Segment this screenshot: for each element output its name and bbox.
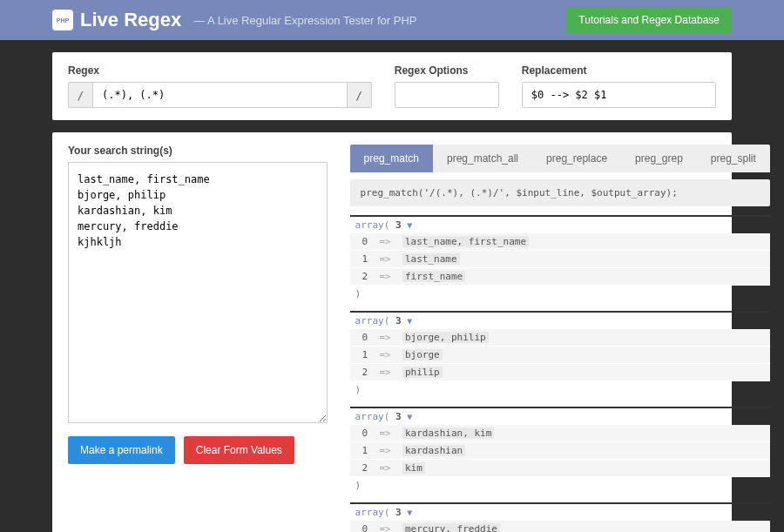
header: PHP Live Regex — A Live Regular Expressi… — [0, 0, 784, 40]
search-label: Your search string(s) — [68, 145, 328, 157]
array-row: 0 => last_name, first_name — [350, 233, 770, 251]
options-input[interactable] — [395, 82, 499, 108]
result-array: array( 3 ▼0 => last_name, first_name1 =>… — [350, 215, 770, 302]
clear-button[interactable]: Clear Form Values — [184, 436, 294, 464]
replacement-input[interactable] — [522, 82, 716, 108]
array-row: 0 => mercury, freddie — [350, 521, 770, 532]
tab-preg-match-all[interactable]: preg_match_all — [433, 145, 532, 172]
main-panel: Your search string(s) Make a permalink C… — [52, 132, 732, 532]
array-row: 1 => last_name — [350, 251, 770, 268]
tutorials-button[interactable]: Tutorials and Regex Database — [566, 7, 732, 33]
result-array: array( 3 ▼0 => kardashian, kim1 => karda… — [350, 407, 770, 494]
tab-preg-split[interactable]: preg_split — [697, 145, 770, 172]
tab-preg-replace[interactable]: preg_replace — [532, 145, 621, 172]
regex-panel: Regex / / Regex Options Replacement — [52, 52, 732, 120]
search-textarea[interactable] — [68, 162, 328, 423]
tab-preg-match[interactable]: preg_match — [350, 145, 433, 172]
replacement-label: Replacement — [522, 64, 716, 77]
array-row: 0 => bjorge, philip — [350, 329, 770, 347]
tab-preg-grep[interactable]: preg_grep — [621, 145, 697, 172]
regex-label: Regex — [68, 64, 372, 77]
array-row: 0 => kardashian, kim — [350, 425, 770, 442]
regex-delim-right: / — [348, 82, 372, 108]
permalink-button[interactable]: Make a permalink — [68, 436, 175, 464]
php-logo-icon: PHP — [52, 10, 73, 30]
results-area: array( 3 ▼0 => last_name, first_name1 =>… — [350, 215, 770, 532]
array-row: 1 => bjorge — [350, 347, 770, 364]
result-array: array( 3 ▼0 => bjorge, philip1 => bjorge… — [350, 311, 770, 398]
site-title: Live Regex — [80, 9, 181, 31]
options-label: Regex Options — [395, 64, 499, 77]
regex-delim-left: / — [68, 82, 92, 108]
array-row: 2 => kim — [350, 460, 770, 477]
regex-input[interactable] — [92, 82, 348, 108]
result-array: array( 3 ▼0 => mercury, freddie1 => merc… — [350, 502, 770, 532]
array-row: 1 => kardashian — [350, 442, 770, 460]
array-row: 2 => first_name — [350, 268, 770, 286]
code-preview: preg_match('/(.*), (.*)/', $input_line, … — [350, 179, 770, 206]
brand: PHP Live Regex — A Live Regular Expressi… — [52, 9, 416, 31]
function-tabs: preg_matchpreg_match_allpreg_replacepreg… — [350, 145, 770, 172]
site-subtitle: — A Live Regular Expression Tester for P… — [193, 14, 416, 27]
array-row: 2 => philip — [350, 364, 770, 381]
